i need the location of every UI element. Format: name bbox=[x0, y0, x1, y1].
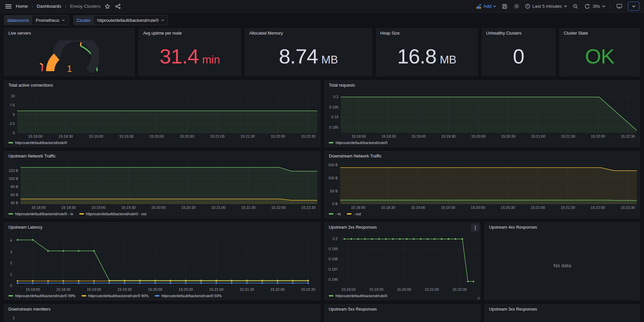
add-panel-button[interactable]: Add bbox=[476, 4, 496, 9]
svg-text:15:21:30: 15:21:30 bbox=[561, 134, 576, 138]
panel-title[interactable]: Upstream 4xx Responses bbox=[485, 223, 640, 231]
svg-text:15:22:30: 15:22:30 bbox=[621, 205, 635, 210]
stats-row: Live servers 1 Avg uptime per node 31.4 … bbox=[4, 28, 640, 76]
variables-row: datasource Prometheus Cluster httproute/… bbox=[4, 15, 640, 25]
panel-title[interactable]: Upstream 5xx Responses bbox=[325, 305, 480, 313]
kebab-menu-icon bbox=[475, 226, 476, 230]
panel-title[interactable]: Total active connections bbox=[4, 81, 320, 89]
chart-upstream-latency[interactable]: 15:18:0015:18:3015:19:0015:19:3015:20:00… bbox=[4, 231, 320, 293]
panel-live-servers: Live servers 1 bbox=[4, 28, 135, 76]
refresh-dashboard-button[interactable] bbox=[584, 3, 591, 10]
panel-total-requests: Total requests 15:18:0015:18:3015:19:001… bbox=[324, 80, 640, 147]
chart-upstream-2xx-responses[interactable]: 15:18:0015:19:0015:20:0015:21:0015:22:00… bbox=[325, 231, 480, 293]
stat-number: 31.4 bbox=[159, 44, 199, 68]
panel-title[interactable]: Upstream Network Traffic bbox=[4, 151, 320, 159]
svg-text:15:19:30: 15:19:30 bbox=[121, 205, 136, 210]
panel-title[interactable]: Allocated Memory bbox=[245, 29, 371, 37]
legend: httproute/default/backend/rule/0 99%http… bbox=[4, 293, 320, 300]
legend: httproute/default/backend/rule/0 bbox=[325, 140, 640, 147]
chart-total-requests[interactable]: 15:18:0015:18:3015:19:0015:19:3015:20:00… bbox=[325, 89, 640, 140]
stat-number: 0 bbox=[513, 44, 524, 68]
svg-text:50 B: 50 B bbox=[330, 189, 338, 193]
refresh-interval-label[interactable]: 30s bbox=[593, 4, 600, 9]
favorite-star-button[interactable] bbox=[104, 3, 111, 10]
svg-text:80 B: 80 B bbox=[11, 185, 18, 189]
share-dashboard-button[interactable] bbox=[114, 3, 121, 10]
legend-item[interactable]: httproute/default/backend/rule/0 bbox=[329, 141, 387, 145]
monitor-icon bbox=[616, 4, 622, 9]
live-servers-gauge: 1 bbox=[40, 40, 99, 73]
svg-text:15:18:30: 15:18:30 bbox=[382, 134, 396, 138]
charts-row-3: Upstream Latency 15:18:0015:18:3015:19:0… bbox=[4, 222, 640, 300]
panel-title[interactable]: Downstream Network Traffic bbox=[325, 151, 640, 159]
legend: httproute/default/backend/rule/0 bbox=[4, 140, 320, 147]
clock-icon bbox=[525, 4, 530, 9]
panel-upstream-2xx-responses: Upstream 2xx Responses 15:18:0015:19:001… bbox=[324, 222, 481, 300]
svg-text:0.195: 0.195 bbox=[329, 105, 339, 109]
svg-text:15:22:00: 15:22:00 bbox=[270, 287, 285, 291]
collapse-menu-button[interactable] bbox=[628, 2, 639, 11]
panel-menu-button[interactable] bbox=[471, 224, 479, 232]
svg-text:150 B: 150 B bbox=[328, 163, 338, 167]
panel-title[interactable]: Upstream Latency bbox=[4, 223, 320, 231]
svg-text:15:21:00: 15:21:00 bbox=[210, 134, 225, 138]
svg-text:60 B: 60 B bbox=[11, 193, 18, 197]
tv-mode-button[interactable] bbox=[616, 3, 623, 9]
svg-text:15:18:30: 15:18:30 bbox=[61, 205, 76, 210]
save-dashboard-button[interactable] bbox=[501, 3, 508, 10]
legend-item[interactable]: - out bbox=[347, 212, 361, 216]
legend-item[interactable]: httproute/default/backend/rule/0 50% bbox=[155, 294, 222, 298]
panel-allocated-memory: Allocated Memory 8.74 MB bbox=[245, 28, 372, 76]
legend-item[interactable]: httproute/default/backend/rule/0 - out bbox=[79, 212, 146, 216]
chart-downstream-members[interactable]: 2 bbox=[4, 313, 320, 322]
panel-title[interactable]: Cluster State bbox=[560, 29, 640, 37]
chart-upstream-network-traffic[interactable]: 15:18:0015:18:3015:19:0015:19:3015:20:00… bbox=[4, 159, 320, 211]
panel-downstream-network-traffic: Downstream Network Traffic 15:18:0015:18… bbox=[324, 151, 640, 218]
svg-text:15:20:30: 15:20:30 bbox=[181, 205, 196, 210]
breadcrumb-home[interactable]: Home bbox=[16, 4, 28, 9]
panel-resize-handle[interactable] bbox=[477, 296, 479, 299]
svg-text:15:19:00: 15:19:00 bbox=[369, 287, 383, 291]
dashboard-settings-button[interactable] bbox=[513, 3, 520, 10]
svg-text:3: 3 bbox=[10, 250, 12, 254]
variable-cluster-select[interactable]: httproute/default/backend/rule/0 bbox=[94, 15, 168, 25]
panel-title[interactable]: Avg uptime per node bbox=[139, 29, 240, 37]
variable-datasource-select[interactable]: Prometheus bbox=[32, 15, 68, 25]
chart-downstream-network-traffic[interactable]: 15:18:0015:18:3015:19:0015:19:3015:20:00… bbox=[325, 159, 640, 211]
svg-text:15:18:00: 15:18:00 bbox=[341, 287, 356, 291]
svg-text:15:22:30: 15:22:30 bbox=[301, 287, 315, 291]
svg-text:15:22:00: 15:22:00 bbox=[591, 205, 605, 210]
svg-text:15:18:00: 15:18:00 bbox=[31, 205, 46, 210]
breadcrumb-dashboards[interactable]: Dashboards bbox=[37, 4, 61, 9]
time-range-picker[interactable]: Last 5 minutes bbox=[525, 4, 567, 9]
chevron-down-icon bbox=[632, 5, 636, 8]
legend-item[interactable]: httproute/default/backend/rule/0 - in bbox=[8, 212, 73, 216]
legend-item[interactable]: - in bbox=[329, 212, 340, 216]
chevron-down-icon bbox=[62, 19, 65, 21]
grafana-dashboard: Home › Dashboards › Envoy Clusters Add bbox=[0, 0, 644, 322]
legend-item[interactable]: httproute/default/backend/rule/0 99% bbox=[8, 294, 76, 298]
menu-toggle-button[interactable] bbox=[5, 3, 12, 9]
legend-item[interactable]: httproute/default/backend/rule/0 bbox=[329, 294, 387, 298]
panel-title[interactable]: Upstream 3xx Responses bbox=[485, 305, 640, 313]
panel-title[interactable]: Downstream members bbox=[4, 305, 320, 313]
stat-number: 16.8 bbox=[397, 44, 436, 68]
panel-title[interactable]: Live servers bbox=[4, 29, 134, 37]
svg-text:100 B: 100 B bbox=[328, 176, 338, 180]
svg-text:15:18:00: 15:18:00 bbox=[352, 134, 366, 138]
svg-text:15:20:30: 15:20:30 bbox=[501, 205, 515, 210]
panel-title[interactable]: Unhealthy Clusters bbox=[482, 29, 555, 37]
panel-title[interactable]: Heap Size bbox=[376, 29, 477, 37]
panel-title[interactable]: Total requests bbox=[325, 81, 640, 89]
legend-item[interactable]: httproute/default/backend/rule/0 90% bbox=[82, 294, 149, 298]
chevron-down-icon[interactable] bbox=[602, 5, 605, 7]
legend-item[interactable]: httproute/default/backend/rule/0 bbox=[8, 141, 67, 145]
chart-total-active-connections[interactable]: 15:18:0015:18:3015:19:0015:19:3015:20:00… bbox=[4, 89, 320, 140]
svg-text:15:18:00: 15:18:00 bbox=[351, 205, 366, 210]
svg-text:15:20:00: 15:20:00 bbox=[151, 205, 166, 210]
zoom-out-time-button[interactable] bbox=[572, 3, 579, 10]
svg-text:15:21:30: 15:21:30 bbox=[240, 287, 254, 291]
variable-datasource: datasource Prometheus bbox=[4, 15, 68, 25]
svg-text:15:19:30: 15:19:30 bbox=[118, 287, 132, 291]
panel-title[interactable]: Upstream 2xx Responses bbox=[325, 223, 480, 231]
